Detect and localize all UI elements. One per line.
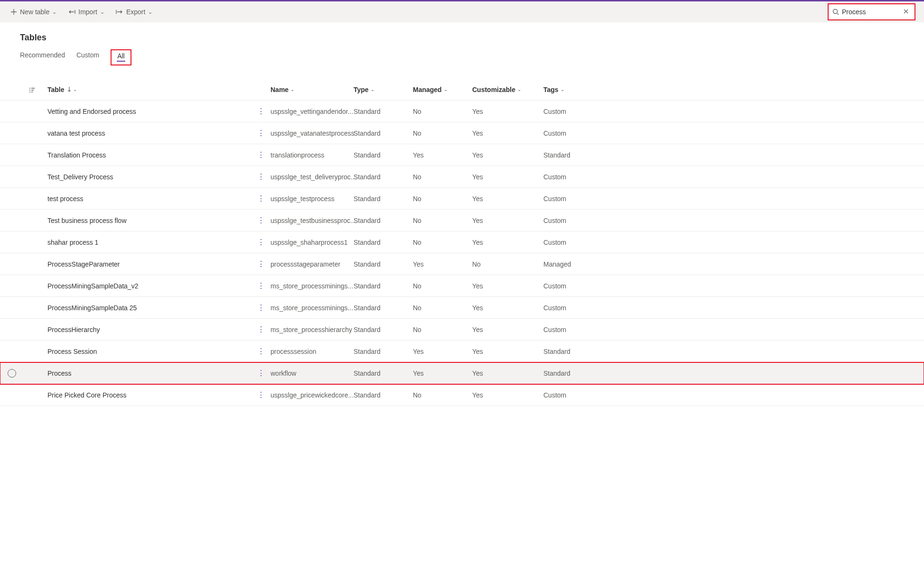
- cell-tags: Custom: [543, 304, 605, 312]
- chevron-down-icon: ⌄: [517, 87, 521, 92]
- table-row[interactable]: ProcessHierarchy⋮ms_store_processhierarc…: [0, 319, 924, 341]
- cell-table[interactable]: ProcessHierarchy: [47, 326, 252, 333]
- cell-table[interactable]: Test_Delivery Process: [47, 173, 252, 181]
- col-customizable-label: Customizable: [472, 86, 515, 93]
- cell-managed: No: [413, 108, 472, 115]
- table-row[interactable]: Process Session⋮processsessionStandardYe…: [0, 341, 924, 362]
- new-table-button[interactable]: New table ⌄: [9, 5, 58, 18]
- cell-table[interactable]: Vetting and Endorsed process: [47, 108, 252, 115]
- cell-table[interactable]: Process: [47, 370, 252, 377]
- table-row[interactable]: ProcessMiningSampleData_v2⋮ms_store_proc…: [0, 275, 924, 297]
- table-row[interactable]: ProcessMiningSampleData 25⋮ms_store_proc…: [0, 297, 924, 319]
- cell-table[interactable]: ProcessMiningSampleData 25: [47, 304, 252, 312]
- row-more-button[interactable]: ⋮: [252, 107, 271, 116]
- cell-name: processstageparameter: [271, 260, 354, 268]
- tabs: Recommended Custom All: [0, 43, 924, 65]
- row-more-button[interactable]: ⋮: [252, 194, 271, 203]
- cell-table[interactable]: shahar process 1: [47, 239, 252, 246]
- cell-managed: No: [413, 304, 472, 312]
- cell-type: Standard: [354, 217, 413, 224]
- chevron-down-icon: ⌄: [52, 9, 56, 15]
- cell-name: uspsslge_testbusinessproc...: [271, 217, 354, 224]
- cell-name: uspsslge_vatanatestprocess: [271, 129, 354, 137]
- cell-customizable: Yes: [472, 326, 543, 333]
- command-bar: New table ⌄ Import ⌄ Export ⌄: [0, 1, 924, 22]
- col-table[interactable]: Table ⌄: [47, 86, 252, 93]
- table-row[interactable]: ProcessStageParameter⋮processstageparame…: [0, 253, 924, 275]
- cell-name: workflow: [271, 370, 354, 377]
- cell-table[interactable]: Process Session: [47, 348, 252, 355]
- row-more-button[interactable]: ⋮: [252, 369, 271, 378]
- cell-type: Standard: [354, 239, 413, 246]
- cell-tags: Custom: [543, 217, 605, 224]
- search-input[interactable]: [842, 8, 898, 16]
- table-row[interactable]: test process⋮uspsslge_testprocessStandar…: [0, 188, 924, 210]
- cell-name: processsession: [271, 348, 354, 355]
- clear-search-button[interactable]: [901, 8, 911, 16]
- row-more-button[interactable]: ⋮: [252, 172, 271, 181]
- table-row[interactable]: vatana test process⋮uspsslge_vatanatestp…: [0, 122, 924, 144]
- cell-managed: Yes: [413, 348, 472, 355]
- cell-table[interactable]: Test business process flow: [47, 217, 252, 224]
- cell-type: Standard: [354, 326, 413, 333]
- cell-tags: Custom: [543, 326, 605, 333]
- table-row[interactable]: shahar process 1⋮uspsslge_shaharprocess1…: [0, 231, 924, 253]
- cell-table[interactable]: test process: [47, 195, 252, 203]
- cell-table[interactable]: ProcessStageParameter: [47, 260, 252, 268]
- chevron-down-icon: ⌄: [73, 87, 77, 92]
- tab-custom[interactable]: Custom: [76, 51, 99, 63]
- row-select-radio[interactable]: [8, 369, 16, 378]
- cell-name: uspsslge_vettingandendor...: [271, 108, 354, 115]
- row-more-button[interactable]: ⋮: [252, 259, 271, 268]
- row-more-button[interactable]: ⋮: [252, 303, 271, 312]
- col-customizable[interactable]: Customizable⌄: [472, 86, 543, 93]
- row-more-button[interactable]: ⋮: [252, 216, 271, 225]
- chevron-down-icon: ⌄: [100, 9, 104, 15]
- cell-table[interactable]: Price Picked Core Process: [47, 391, 252, 399]
- table-row[interactable]: Test business process flow⋮uspsslge_test…: [0, 210, 924, 231]
- tab-all[interactable]: All: [117, 52, 125, 60]
- import-button[interactable]: Import ⌄: [66, 5, 106, 18]
- table-row[interactable]: Price Picked Core Process⋮uspsslge_price…: [0, 384, 924, 406]
- cell-tags: Custom: [543, 108, 605, 115]
- cell-table[interactable]: Translation Process: [47, 151, 252, 159]
- search-box[interactable]: [828, 3, 915, 20]
- cell-customizable: Yes: [472, 239, 543, 246]
- export-button[interactable]: Export ⌄: [114, 5, 154, 18]
- cell-type: Standard: [354, 173, 413, 181]
- cell-managed: No: [413, 326, 472, 333]
- cell-tags: Standard: [543, 151, 605, 159]
- plus-icon: [10, 9, 17, 15]
- col-managed-label: Managed: [413, 86, 442, 93]
- row-more-button[interactable]: ⋮: [252, 390, 271, 399]
- col-managed[interactable]: Managed⌄: [413, 86, 472, 93]
- cell-tags: Standard: [543, 370, 605, 377]
- search-icon: [832, 9, 839, 15]
- cell-name: ms_store_processminings...: [271, 304, 354, 312]
- table-row[interactable]: Process⋮workflowStandardYesYesStandard: [0, 362, 924, 384]
- col-type[interactable]: Type⌄: [354, 86, 413, 93]
- tab-recommended[interactable]: Recommended: [20, 51, 65, 63]
- list-view-icon[interactable]: [28, 85, 47, 93]
- table-row[interactable]: Translation Process⋮translationprocessSt…: [0, 144, 924, 166]
- col-tags[interactable]: Tags⌄: [543, 86, 605, 93]
- cell-table[interactable]: ProcessMiningSampleData_v2: [47, 282, 252, 290]
- cell-customizable: Yes: [472, 129, 543, 137]
- col-name[interactable]: Name⌄: [271, 86, 354, 93]
- cell-customizable: Yes: [472, 217, 543, 224]
- cell-managed: No: [413, 217, 472, 224]
- table-row[interactable]: Vetting and Endorsed process⋮uspsslge_ve…: [0, 101, 924, 122]
- cell-tags: Custom: [543, 129, 605, 137]
- cell-customizable: Yes: [472, 304, 543, 312]
- row-more-button[interactable]: ⋮: [252, 150, 271, 159]
- row-more-button[interactable]: ⋮: [252, 238, 271, 247]
- row-more-button[interactable]: ⋮: [252, 347, 271, 356]
- row-more-button[interactable]: ⋮: [252, 325, 271, 334]
- table-row[interactable]: Test_Delivery Process⋮uspsslge_test_deli…: [0, 166, 924, 188]
- cell-managed: No: [413, 173, 472, 181]
- row-more-button[interactable]: ⋮: [252, 129, 271, 138]
- cell-customizable: Yes: [472, 151, 543, 159]
- row-more-button[interactable]: ⋮: [252, 281, 271, 290]
- cell-name: translationprocess: [271, 151, 354, 159]
- cell-table[interactable]: vatana test process: [47, 129, 252, 137]
